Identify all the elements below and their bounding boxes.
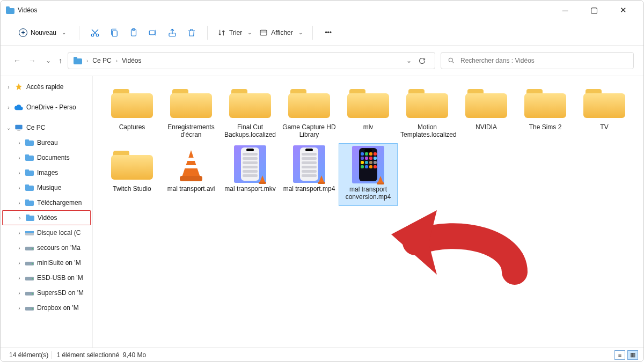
video-thumbnail [234,145,266,183]
folder-item[interactable]: The Sims 2 [516,82,575,143]
address-dropdown[interactable]: ⌄ [406,57,412,64]
maximize-button[interactable]: ▢ [583,3,605,18]
svg-point-38 [32,308,33,309]
search-input[interactable] [460,57,627,64]
recent-button[interactable]: ⌄ [46,57,51,64]
content-area[interactable]: Captures Enregistrements d'écran Final C… [93,76,643,348]
sidebar-net1[interactable]: ›secours on 'Ma [1,240,92,255]
folder-item[interactable]: Enregistrements d'écran [162,82,221,143]
back-button[interactable]: ← [13,56,21,65]
chevron-down-icon: ⌄ [298,29,303,35]
folder-icon [170,87,212,118]
breadcrumb-segment[interactable]: Ce PC [92,57,111,64]
svg-point-32 [32,263,33,264]
nav-row: ← → ⌄ ↑ › Ce PC › Vidéos ⌄ [1,49,643,72]
sidebar-downloads[interactable]: ›Téléchargemen [1,195,92,210]
svg-rect-28 [25,231,34,233]
rename-button[interactable] [144,24,162,42]
file-item-selected[interactable]: mal transport conversion.mp4 [339,143,398,206]
view-button[interactable]: Afficher ⌄ [256,24,305,42]
sidebar-documents[interactable]: ›Documents [1,150,92,165]
svg-rect-1 [6,6,10,9]
sort-button[interactable]: Trier ⌄ [214,24,255,42]
drive-icon [25,305,34,311]
folder-item[interactable]: Game Capture HD Library [280,82,339,143]
folder-item[interactable]: Twitch Studio [103,143,162,206]
folder-icon [288,87,330,118]
plus-icon: + [19,28,27,37]
sidebar: ›Accès rapide ›OneDrive - Perso ⌄Ce PC ›… [1,76,93,348]
svg-rect-26 [26,215,30,217]
paste-button[interactable] [125,24,143,42]
folder-item[interactable]: NVIDIA [457,82,516,143]
folder-item[interactable]: Final Cut Backups.localized [221,82,280,143]
svg-rect-24 [25,200,29,202]
details-view-button[interactable]: ≡ [614,350,625,360]
monitor-icon [14,124,23,131]
star-icon [14,83,23,91]
address-bar[interactable]: › Ce PC › Vidéos ⌄ [68,52,435,69]
chevron-right-icon: › [116,58,118,64]
sidebar-this-pc[interactable]: ⌄Ce PC [1,120,92,135]
folder-item[interactable]: mlv [339,82,398,143]
drive-icon [25,260,34,266]
sidebar-net4[interactable]: ›SupersSD on 'M [1,285,92,300]
refresh-button[interactable] [418,57,426,65]
folder-item[interactable]: Motion Templates.localized [398,82,457,143]
file-item[interactable]: mal transport.avi [162,143,221,206]
folder-item[interactable]: Captures [103,82,162,143]
vlc-overlay-icon [317,174,326,184]
svg-rect-4 [112,31,117,36]
toolbar: + Nouveau ⌄ Trier ⌄ Afficher ⌄ ••• [1,20,643,46]
svg-point-34 [32,278,33,279]
more-button[interactable]: ••• [319,24,338,42]
sidebar-onedrive[interactable]: ›OneDrive - Perso [1,100,92,115]
share-button[interactable] [163,24,181,42]
chevron-right-icon: › [86,58,88,64]
vlc-overlay-icon [258,174,267,184]
drive-icon [25,230,34,236]
icons-view-button[interactable]: ▦ [627,350,638,360]
folder-icon [25,200,34,206]
item-grid: Captures Enregistrements d'écran Final C… [103,82,641,206]
cut-button[interactable] [86,24,104,42]
breadcrumb-segment[interactable]: Vidéos [122,57,141,64]
sidebar-videos[interactable]: ›Vidéos [2,210,91,225]
svg-point-30 [32,248,33,249]
sidebar-local-disk[interactable]: ›Disque local (C [1,225,92,240]
drive-icon [25,290,34,296]
vlc-cone-icon [174,147,208,181]
sidebar-net3[interactable]: ›ESD-USB on 'M [1,270,92,285]
sidebar-music[interactable]: ›Musique [1,180,92,195]
svg-rect-9 [260,30,267,35]
annotation-arrow [391,210,531,301]
videos-folder-icon [6,6,14,14]
sort-label: Trier [229,29,242,36]
up-button[interactable]: ↑ [58,56,62,65]
folder-icon [111,149,153,180]
file-item[interactable]: mal transport.mp4 [280,143,339,206]
vlc-overlay-icon [376,175,385,184]
minimize-button[interactable]: ─ [554,3,576,18]
sidebar-quick-access[interactable]: ›Accès rapide [1,79,92,94]
svg-point-12 [449,58,452,62]
status-bar: 14 élément(s) 1 élément sélectionné 9,40… [1,348,643,361]
file-item[interactable]: mal transport.mkv [221,143,280,206]
sidebar-images[interactable]: ›Images [1,165,92,180]
sidebar-net2[interactable]: ›miniSuite on 'M [1,255,92,270]
forward-button[interactable]: → [28,56,36,65]
copy-button[interactable] [105,24,123,42]
folder-icon [229,87,271,118]
new-button[interactable]: + Nouveau ⌄ [12,24,72,42]
status-selected: 1 élément sélectionné 9,40 Mo [56,351,146,359]
svg-rect-14 [17,130,20,130]
chevron-down-icon: ⌄ [62,29,66,35]
close-button[interactable]: ✕ [612,3,634,18]
title-bar: Vidéos ─ ▢ ✕ [1,1,643,20]
sidebar-desktop[interactable]: ›Bureau [1,135,92,150]
search-box[interactable] [441,52,634,69]
video-thumbnail [352,146,384,183]
folder-item[interactable]: TV [575,82,634,143]
sidebar-net5[interactable]: ›Dropbox on 'M [1,300,92,315]
delete-button[interactable] [182,24,201,42]
